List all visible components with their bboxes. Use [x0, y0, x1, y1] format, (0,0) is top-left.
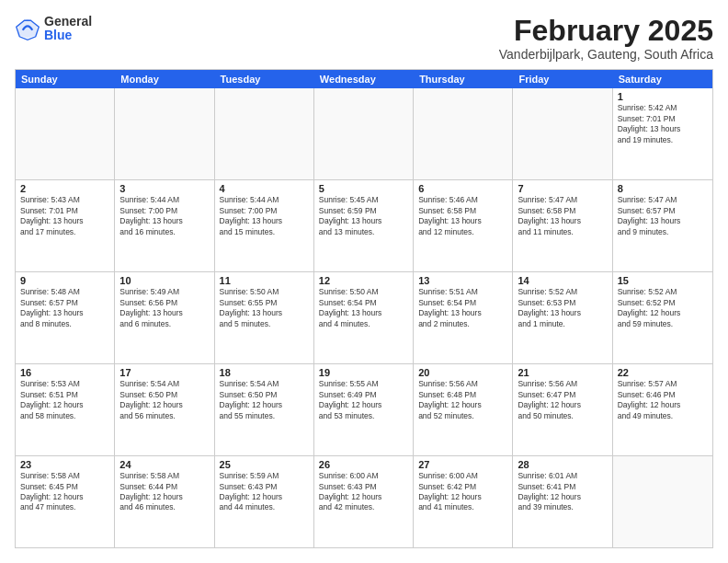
day-info: Sunrise: 5:58 AMSunset: 6:44 PMDaylight:… — [119, 471, 209, 513]
day-number: 7 — [518, 183, 607, 194]
day-info: Sunrise: 5:56 AMSunset: 6:47 PMDaylight:… — [518, 379, 607, 421]
day-number: 26 — [319, 459, 408, 470]
cal-cell-w1-d1: 3Sunrise: 5:44 AMSunset: 7:00 PMDaylight… — [115, 180, 214, 271]
cal-week-0: 1Sunrise: 5:42 AMSunset: 7:01 PMDaylight… — [16, 88, 712, 180]
cal-cell-w4-d1: 24Sunrise: 5:58 AMSunset: 6:44 PMDayligh… — [115, 456, 214, 547]
cal-cell-w2-d1: 10Sunrise: 5:49 AMSunset: 6:56 PMDayligh… — [115, 272, 214, 363]
cal-cell-w2-d3: 12Sunrise: 5:50 AMSunset: 6:54 PMDayligh… — [314, 272, 414, 363]
cal-cell-w1-d6: 8Sunrise: 5:47 AMSunset: 6:57 PMDaylight… — [613, 180, 712, 271]
day-number: 25 — [220, 459, 309, 470]
day-info: Sunrise: 5:44 AMSunset: 7:00 PMDaylight:… — [220, 195, 309, 237]
cal-cell-w3-d1: 17Sunrise: 5:54 AMSunset: 6:50 PMDayligh… — [115, 364, 214, 455]
cal-cell-w3-d2: 18Sunrise: 5:54 AMSunset: 6:50 PMDayligh… — [215, 364, 314, 455]
day-number: 17 — [119, 367, 209, 378]
day-number: 8 — [618, 183, 708, 194]
day-info: Sunrise: 5:54 AMSunset: 6:50 PMDaylight:… — [220, 379, 309, 421]
day-info: Sunrise: 6:00 AMSunset: 6:42 PMDaylight:… — [418, 471, 507, 513]
calendar-subtitle: Vanderbijlpark, Gauteng, South Africa — [499, 47, 713, 62]
day-info: Sunrise: 5:49 AMSunset: 6:56 PMDaylight:… — [119, 287, 209, 329]
day-number: 11 — [220, 275, 309, 286]
cal-cell-w2-d4: 13Sunrise: 5:51 AMSunset: 6:54 PMDayligh… — [414, 272, 513, 363]
day-info: Sunrise: 5:50 AMSunset: 6:54 PMDaylight:… — [319, 287, 408, 329]
day-info: Sunrise: 5:43 AMSunset: 7:01 PMDaylight:… — [20, 195, 109, 237]
day-info: Sunrise: 5:53 AMSunset: 6:51 PMDaylight:… — [20, 379, 109, 421]
cal-cell-w0-d3 — [314, 88, 414, 179]
cal-cell-w1-d2: 4Sunrise: 5:44 AMSunset: 7:00 PMDaylight… — [215, 180, 314, 271]
calendar-body: 1Sunrise: 5:42 AMSunset: 7:01 PMDaylight… — [16, 88, 712, 547]
logo-blue: Blue — [44, 29, 92, 42]
cal-cell-w4-d6 — [613, 456, 712, 547]
cal-cell-w0-d2 — [215, 88, 314, 179]
header-friday: Friday — [513, 70, 612, 88]
day-info: Sunrise: 5:59 AMSunset: 6:43 PMDaylight:… — [220, 471, 309, 513]
day-info: Sunrise: 6:01 AMSunset: 6:41 PMDaylight:… — [518, 471, 607, 513]
cal-week-3: 16Sunrise: 5:53 AMSunset: 6:51 PMDayligh… — [16, 364, 712, 456]
day-number: 4 — [220, 183, 309, 194]
day-info: Sunrise: 5:52 AMSunset: 6:53 PMDaylight:… — [518, 287, 607, 329]
cal-cell-w2-d2: 11Sunrise: 5:50 AMSunset: 6:55 PMDayligh… — [215, 272, 314, 363]
day-info: Sunrise: 5:52 AMSunset: 6:52 PMDaylight:… — [618, 287, 708, 329]
svg-marker-0 — [18, 19, 38, 39]
cal-week-1: 2Sunrise: 5:43 AMSunset: 7:01 PMDaylight… — [16, 180, 712, 272]
cal-cell-w0-d0 — [16, 88, 115, 179]
day-number: 5 — [319, 183, 408, 194]
header-saturday: Saturday — [613, 70, 712, 88]
header-monday: Monday — [115, 70, 214, 88]
cal-week-2: 9Sunrise: 5:48 AMSunset: 6:57 PMDaylight… — [16, 272, 712, 364]
day-info: Sunrise: 5:55 AMSunset: 6:49 PMDaylight:… — [319, 379, 408, 421]
cal-cell-w1-d3: 5Sunrise: 5:45 AMSunset: 6:59 PMDaylight… — [314, 180, 414, 271]
cal-cell-w3-d4: 20Sunrise: 5:56 AMSunset: 6:48 PMDayligh… — [414, 364, 513, 455]
day-info: Sunrise: 5:51 AMSunset: 6:54 PMDaylight:… — [418, 287, 507, 329]
day-info: Sunrise: 5:44 AMSunset: 7:00 PMDaylight:… — [119, 195, 209, 237]
day-number: 2 — [20, 183, 109, 194]
cal-cell-w3-d6: 22Sunrise: 5:57 AMSunset: 6:46 PMDayligh… — [613, 364, 712, 455]
header-sunday: Sunday — [16, 70, 115, 88]
day-number: 6 — [418, 183, 507, 194]
day-number: 22 — [618, 367, 708, 378]
day-info: Sunrise: 5:47 AMSunset: 6:57 PMDaylight:… — [618, 195, 708, 237]
cal-cell-w4-d2: 25Sunrise: 5:59 AMSunset: 6:43 PMDayligh… — [215, 456, 314, 547]
logo-icon — [15, 16, 40, 41]
day-number: 27 — [418, 459, 507, 470]
cal-cell-w0-d1 — [115, 88, 214, 179]
cal-cell-w4-d4: 27Sunrise: 6:00 AMSunset: 6:42 PMDayligh… — [414, 456, 513, 547]
day-info: Sunrise: 5:57 AMSunset: 6:46 PMDaylight:… — [618, 379, 708, 421]
header-thursday: Thursday — [414, 70, 513, 88]
day-info: Sunrise: 5:47 AMSunset: 6:58 PMDaylight:… — [518, 195, 607, 237]
calendar: Sunday Monday Tuesday Wednesday Thursday… — [15, 69, 713, 548]
day-number: 18 — [220, 367, 309, 378]
day-number: 21 — [518, 367, 607, 378]
day-number: 15 — [618, 275, 708, 286]
day-number: 14 — [518, 275, 607, 286]
cal-cell-w1-d0: 2Sunrise: 5:43 AMSunset: 7:01 PMDaylight… — [16, 180, 115, 271]
day-number: 28 — [518, 459, 607, 470]
day-number: 23 — [20, 459, 109, 470]
logo: General Blue — [15, 15, 92, 43]
cal-cell-w0-d4 — [414, 88, 513, 179]
day-info: Sunrise: 5:58 AMSunset: 6:45 PMDaylight:… — [20, 471, 109, 513]
day-info: Sunrise: 5:46 AMSunset: 6:58 PMDaylight:… — [418, 195, 507, 237]
cal-cell-w2-d0: 9Sunrise: 5:48 AMSunset: 6:57 PMDaylight… — [16, 272, 115, 363]
title-block: February 2025 Vanderbijlpark, Gauteng, S… — [499, 15, 713, 62]
cal-cell-w4-d5: 28Sunrise: 6:01 AMSunset: 6:41 PMDayligh… — [513, 456, 612, 547]
cal-cell-w2-d6: 15Sunrise: 5:52 AMSunset: 6:52 PMDayligh… — [613, 272, 712, 363]
day-number: 24 — [119, 459, 209, 470]
cal-cell-w0-d6: 1Sunrise: 5:42 AMSunset: 7:01 PMDaylight… — [613, 88, 712, 179]
cal-cell-w4-d3: 26Sunrise: 6:00 AMSunset: 6:43 PMDayligh… — [314, 456, 414, 547]
header: General Blue February 2025 Vanderbijlpar… — [15, 15, 713, 62]
cal-cell-w3-d3: 19Sunrise: 5:55 AMSunset: 6:49 PMDayligh… — [314, 364, 414, 455]
cal-cell-w3-d5: 21Sunrise: 5:56 AMSunset: 6:47 PMDayligh… — [513, 364, 612, 455]
page: General Blue February 2025 Vanderbijlpar… — [0, 0, 728, 563]
calendar-title: February 2025 — [499, 15, 713, 47]
day-info: Sunrise: 5:48 AMSunset: 6:57 PMDaylight:… — [20, 287, 109, 329]
day-info: Sunrise: 5:56 AMSunset: 6:48 PMDaylight:… — [418, 379, 507, 421]
day-number: 20 — [418, 367, 507, 378]
cal-cell-w1-d5: 7Sunrise: 5:47 AMSunset: 6:58 PMDaylight… — [513, 180, 612, 271]
day-number: 19 — [319, 367, 408, 378]
day-number: 13 — [418, 275, 507, 286]
calendar-header: Sunday Monday Tuesday Wednesday Thursday… — [16, 70, 712, 88]
cal-cell-w2-d5: 14Sunrise: 5:52 AMSunset: 6:53 PMDayligh… — [513, 272, 612, 363]
day-number: 12 — [319, 275, 408, 286]
day-number: 9 — [20, 275, 109, 286]
day-info: Sunrise: 5:42 AMSunset: 7:01 PMDaylight:… — [618, 103, 708, 145]
